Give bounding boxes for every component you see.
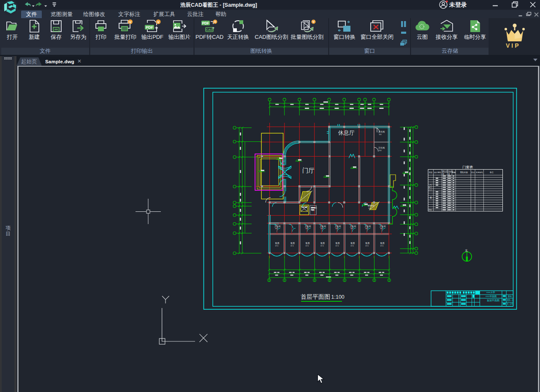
svg-text:V: V xyxy=(312,20,314,24)
svg-text:CAD: CAD xyxy=(206,28,213,32)
svg-text:V: V xyxy=(157,20,160,24)
svg-text:PDF: PDF xyxy=(202,21,209,25)
svg-text:V: V xyxy=(129,20,132,24)
svg-text:V: V xyxy=(214,20,216,24)
svg-text:PDF: PDF xyxy=(146,25,154,30)
